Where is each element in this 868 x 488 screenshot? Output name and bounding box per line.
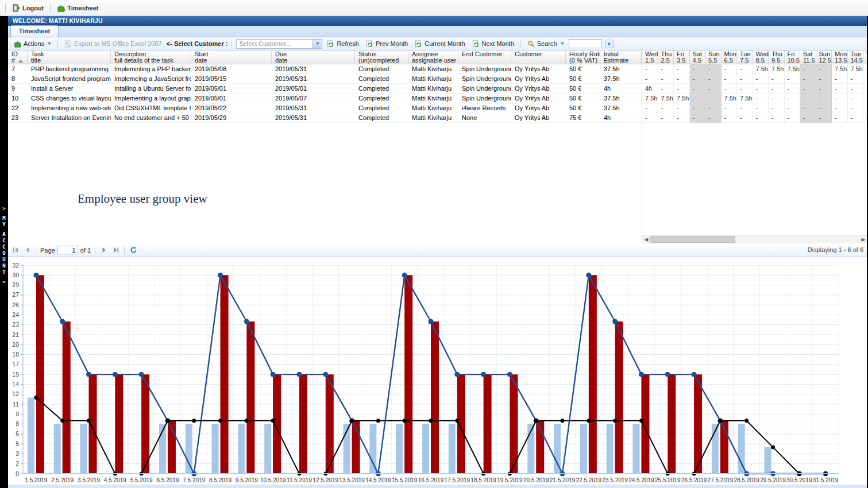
refresh-label: Refresh	[337, 40, 359, 47]
cell: 37.5h	[600, 103, 642, 113]
page-number-input[interactable]	[57, 246, 78, 254]
column-header-initial[interactable]: InitialEstimate	[600, 51, 642, 64]
logout-button[interactable]: Logout	[9, 3, 47, 13]
svg-text:1.5.2019: 1.5.2019	[25, 477, 47, 483]
scrollbar-thumb[interactable]	[650, 236, 735, 243]
cell: 2019/05/15	[191, 74, 272, 84]
table-row[interactable]: 9Install a ServerIntalling a Ubuntu Serv…	[8, 84, 642, 94]
day-column-header-14-5[interactable]: Tue14.5	[848, 51, 864, 64]
tab-timesheet[interactable]: Timesheet	[10, 25, 59, 37]
export-label: Export to MS Office Excel 2007	[74, 40, 162, 47]
cell: 50 €	[566, 84, 600, 94]
prev-page-button[interactable]	[22, 246, 32, 255]
day-column-header-1-5[interactable]: Wed1.5	[642, 51, 658, 64]
day-column-header-15-5[interactable]: Wed15.5	[863, 51, 867, 64]
day-hours-cell: -	[690, 113, 706, 123]
first-page-button[interactable]	[11, 246, 20, 255]
cell: 2019/05/08	[191, 64, 272, 74]
prev-month-label: Prev Month	[376, 40, 408, 47]
column-header-id[interactable]: ID#	[8, 51, 28, 64]
day-row[interactable]: ---------------	[642, 113, 867, 123]
day-hours-cell: 7.5h	[737, 94, 753, 103]
day-column-header-8-5[interactable]: Wed8.5	[753, 51, 769, 64]
day-column-header-11-5[interactable]: Sat11.5	[800, 51, 816, 64]
combo-trigger[interactable]	[313, 40, 322, 48]
column-header-start[interactable]: Startdate	[191, 51, 272, 64]
column-header-description[interactable]: Descriptionfull details of the task	[111, 51, 191, 64]
day-row[interactable]: -------7.5h7.5h7.5h--7.5h7.5h-	[642, 64, 867, 74]
column-header-assignee[interactable]: Assigneeassignable user	[408, 51, 458, 64]
cell: 2019/05/22	[191, 103, 272, 113]
prev-month-button[interactable]: Prev Month	[364, 40, 410, 48]
cell: 2019/05/31	[272, 113, 355, 123]
day-column-header-13-5[interactable]: Mon13.5	[832, 51, 848, 64]
cell: Server Installation on Evening	[28, 113, 111, 123]
scroll-right-icon[interactable]: ▶	[859, 235, 867, 243]
day-column-header-9-5[interactable]: Thu9.5	[769, 51, 785, 64]
svg-text:24: 24	[12, 311, 19, 318]
pager-refresh-icon[interactable]	[129, 246, 138, 255]
search-button[interactable]: Search	[525, 40, 566, 48]
select-customer-combo[interactable]: Select Customer...	[236, 39, 322, 49]
table-row[interactable]: 22Implementing a new web-siteDid CSS/XHT…	[8, 103, 642, 113]
sort-asc-icon	[18, 60, 23, 63]
day-hours-cell: -	[705, 74, 722, 84]
day-row[interactable]: ---------------	[642, 103, 867, 113]
cell: Spin Underground R...	[458, 74, 511, 84]
next-month-button[interactable]: Next Month	[470, 40, 516, 48]
my-account-vertical-label: > MY ACCOUNT >	[0, 206, 8, 285]
export-excel-button[interactable]: X Export to MS Office Excel 2007	[62, 40, 164, 48]
day-column-header-2-5[interactable]: Thu2.5	[658, 51, 674, 64]
day-hours-cell: -	[863, 113, 867, 123]
day-row[interactable]: --------------7.5h	[642, 74, 867, 84]
day-columns-scrollbar[interactable]: ◀ ▶	[642, 235, 867, 243]
column-header-due[interactable]: Duedate	[272, 51, 355, 64]
day-hours-cell: -	[769, 113, 785, 123]
day-column-header-10-5[interactable]: Fri10.5	[785, 51, 801, 64]
table-row[interactable]: 8JavaScript frontend programmingImplemei…	[8, 74, 642, 84]
actions-button[interactable]: Actions	[11, 40, 53, 48]
last-page-button[interactable]	[111, 246, 120, 255]
column-header-task[interactable]: Tasktitle	[28, 51, 111, 64]
day-hours-cell: -	[753, 74, 769, 84]
next-page-button[interactable]	[99, 246, 109, 255]
day-row[interactable]: 4h--------------	[642, 84, 867, 94]
day-column-header-4-5[interactable]: Sat4.5	[690, 51, 706, 64]
cell: 2019/05/01	[191, 84, 272, 94]
day-row[interactable]: 7.5h7.5h7.5h--7.5h7.5h--------	[642, 94, 867, 103]
cell: 2019/05/31	[272, 74, 355, 84]
cell: 2019/05/01	[272, 84, 355, 94]
scrollbar-track[interactable]	[650, 235, 859, 243]
day-hours-cell: -	[753, 113, 769, 123]
chart-canvas: 02356891112141517182021232426272930321.5…	[8, 257, 867, 488]
day-hours-cell: -	[848, 113, 864, 123]
search-input[interactable]	[569, 39, 602, 48]
column-header-end-customer[interactable]: End Customer	[458, 51, 511, 64]
column-header-customer[interactable]: Customer	[511, 51, 566, 64]
clear-search-icon[interactable]: ×	[605, 40, 614, 48]
day-column-header-5-5[interactable]: Sun5.5	[705, 51, 722, 64]
refresh-button[interactable]: Refresh	[325, 40, 361, 48]
day-hours-cell: -	[800, 113, 816, 123]
current-month-button[interactable]: Current Month	[412, 40, 467, 48]
day-column-header-6-5[interactable]: Mon6.5	[722, 51, 738, 64]
day-hours-cell: -	[722, 64, 738, 74]
svg-text:9.5.2019: 9.5.2019	[236, 477, 258, 483]
table-row[interactable]: 10CSS changes to visual layoutImplementi…	[8, 94, 642, 103]
day-column-header-3-5[interactable]: Fri3.5	[674, 51, 690, 64]
my-account-collapsed-panel[interactable]: > MY ACCOUNT >	[0, 16, 8, 488]
table-row[interactable]: 7PHP backend programmingImpleminting a P…	[8, 64, 642, 74]
timesheet-button[interactable]: Timesheet	[53, 3, 102, 13]
cell: 23	[8, 113, 28, 123]
day-hours-cell: -	[848, 103, 864, 113]
day-column-header-12-5[interactable]: Sun12.5	[816, 51, 832, 64]
cell: Oy Yritys Ab	[511, 64, 566, 74]
table-row[interactable]: 23Server Installation on EveningNo end c…	[8, 113, 642, 123]
svg-text:14.5.2019: 14.5.2019	[365, 477, 391, 483]
scroll-left-icon[interactable]: ◀	[642, 235, 650, 243]
day-hours-cell: -	[658, 103, 674, 113]
day-column-header-7-5[interactable]: Tue7.5	[737, 51, 753, 64]
column-header-hourly-rate[interactable]: Hourly Rate(0 % VAT)	[566, 51, 600, 64]
column-header-status[interactable]: Status(un)completed	[355, 51, 408, 64]
day-hours-cell: -	[769, 84, 785, 94]
